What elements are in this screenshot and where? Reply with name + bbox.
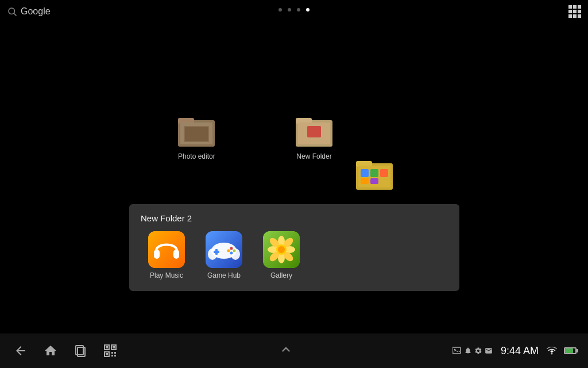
- apps-grid-icon[interactable]: [568, 5, 581, 18]
- svg-rect-53: [111, 355, 113, 356]
- home-icon: [44, 344, 57, 358]
- game-hub-icon: [206, 231, 242, 268]
- svg-rect-52: [114, 352, 116, 354]
- svg-rect-55: [452, 347, 461, 354]
- photo-editor-folder[interactable]: Photo editor: [178, 112, 215, 160]
- svg-rect-54: [114, 355, 116, 356]
- svg-rect-50: [106, 353, 108, 355]
- qr-button[interactable]: [101, 342, 119, 360]
- bottom-folder[interactable]: [356, 155, 393, 192]
- svg-rect-6: [185, 127, 208, 141]
- recents-icon: [74, 344, 87, 358]
- gallery-label: Gallery: [270, 271, 292, 279]
- bottom-bar: 9:44 AM: [0, 334, 588, 368]
- svg-rect-51: [111, 352, 113, 354]
- svg-point-29: [233, 250, 236, 252]
- play-music-label: Play Music: [150, 271, 183, 279]
- nav-right: 9:44 AM: [452, 345, 577, 357]
- game-hub-item[interactable]: Game Hub: [198, 231, 250, 279]
- home-button[interactable]: [41, 342, 60, 360]
- svg-rect-14: [361, 169, 369, 177]
- svg-point-30: [230, 252, 233, 255]
- svg-rect-27: [214, 251, 219, 253]
- svg-rect-20: [154, 250, 160, 259]
- play-music-item[interactable]: Play Music: [141, 231, 192, 279]
- desktop: Photo editor New Folder: [0, 23, 588, 334]
- recents-button[interactable]: [71, 342, 90, 360]
- folder-popup-apps: Play Music: [141, 231, 448, 279]
- photo-editor-icon-img: [178, 112, 215, 149]
- svg-rect-17: [361, 178, 369, 184]
- play-music-icon: [148, 231, 185, 268]
- notification-icon: [464, 347, 472, 355]
- svg-rect-10: [307, 126, 321, 137]
- svg-rect-21: [173, 250, 179, 259]
- qr-icon: [103, 344, 117, 358]
- top-bar: Google: [0, 0, 588, 23]
- nav-left: [11, 342, 119, 360]
- back-button[interactable]: [11, 342, 30, 360]
- battery-icon: [564, 347, 577, 354]
- svg-point-42: [278, 246, 285, 253]
- svg-rect-19: [148, 231, 185, 268]
- folder-popup-title: New Folder 2: [141, 213, 448, 223]
- gallery-item[interactable]: Gallery: [256, 231, 307, 279]
- svg-rect-48: [113, 346, 115, 348]
- svg-point-0: [9, 8, 15, 14]
- settings-status-icon: [474, 347, 482, 355]
- status-icons: [452, 347, 493, 355]
- new-folder-label: New Folder: [296, 152, 331, 160]
- svg-rect-15: [370, 169, 378, 177]
- battery-fill: [565, 348, 573, 353]
- nav-center[interactable]: [278, 342, 294, 361]
- svg-point-28: [230, 247, 233, 250]
- bottom-folder-icon-img: [356, 155, 393, 192]
- photo-editor-label: Photo editor: [178, 152, 215, 160]
- folder-popup: New Folder 2: [129, 204, 459, 291]
- back-icon: [14, 344, 28, 358]
- new-folder[interactable]: New Folder: [296, 112, 332, 160]
- google-label: Google: [21, 6, 51, 17]
- wifi-icon: [547, 347, 557, 355]
- gallery-icon: [263, 231, 300, 268]
- svg-rect-46: [106, 346, 108, 348]
- image-status-icon: [452, 347, 462, 355]
- svg-point-31: [227, 250, 230, 252]
- google-search[interactable]: Google: [7, 6, 51, 17]
- game-hub-label: Game Hub: [207, 271, 241, 279]
- svg-line-1: [14, 13, 16, 16]
- svg-rect-18: [370, 178, 378, 184]
- search-icon: [7, 6, 17, 17]
- chevron-up-icon[interactable]: [278, 342, 294, 361]
- time-display: 9:44 AM: [501, 345, 539, 357]
- svg-rect-16: [380, 169, 388, 177]
- mail-icon: [485, 347, 493, 355]
- new-folder-icon-img: [296, 112, 332, 149]
